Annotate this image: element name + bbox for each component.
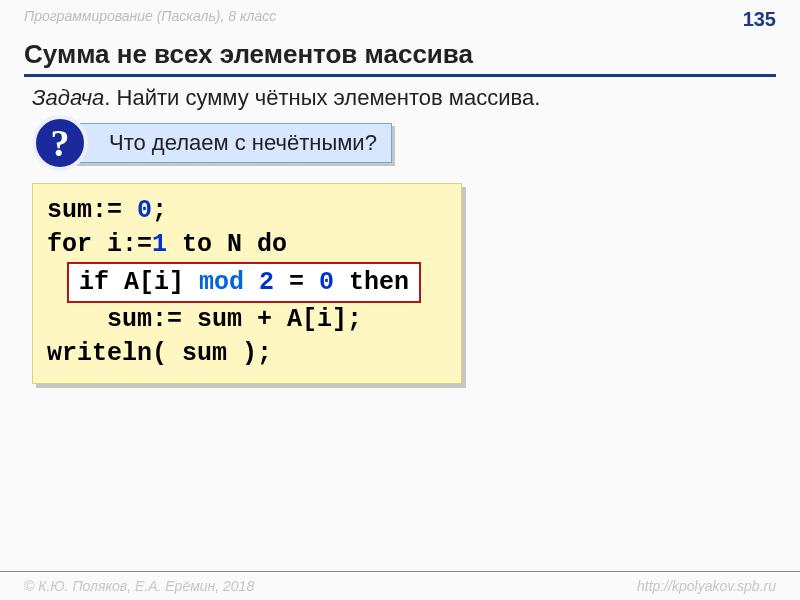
if-highlight-box: if A[i] mod 2 = 0 then	[67, 262, 421, 304]
question-callout: ? Что делаем с нечётными?	[32, 123, 800, 163]
subject-line: Программирование (Паскаль), 8 класс	[24, 8, 276, 31]
code-line-5: writeln( sum );	[47, 337, 447, 371]
code-block: sum:= 0; for i:=1 to N do if A[i] mod 2 …	[32, 183, 462, 384]
code-line-if: if A[i] mod 2 = 0 then	[47, 262, 447, 304]
question-text: Что делаем с нечётными?	[60, 123, 392, 163]
copyright: © К.Ю. Поляков, Е.А. Ерёмин, 2018	[24, 578, 254, 594]
footer-url: http://kpolyakov.spb.ru	[637, 578, 776, 594]
task-text: . Найти сумму чётных элементов массива.	[104, 85, 540, 110]
question-mark-icon: ?	[32, 115, 88, 171]
slide-footer: © К.Ю. Поляков, Е.А. Ерёмин, 2018 http:/…	[0, 571, 800, 600]
slide-title: Сумма не всех элементов массива	[24, 39, 776, 77]
code-line-2: for i:=1 to N do	[47, 228, 447, 262]
slide-header: Программирование (Паскаль), 8 класс 135	[0, 0, 800, 35]
task-label: Задача	[32, 85, 104, 110]
code-line-4: sum:= sum + A[i];	[47, 303, 447, 337]
page-number: 135	[743, 8, 776, 31]
code-line-1: sum:= 0;	[47, 194, 447, 228]
task-line: Задача. Найти сумму чётных элементов мас…	[32, 85, 776, 111]
